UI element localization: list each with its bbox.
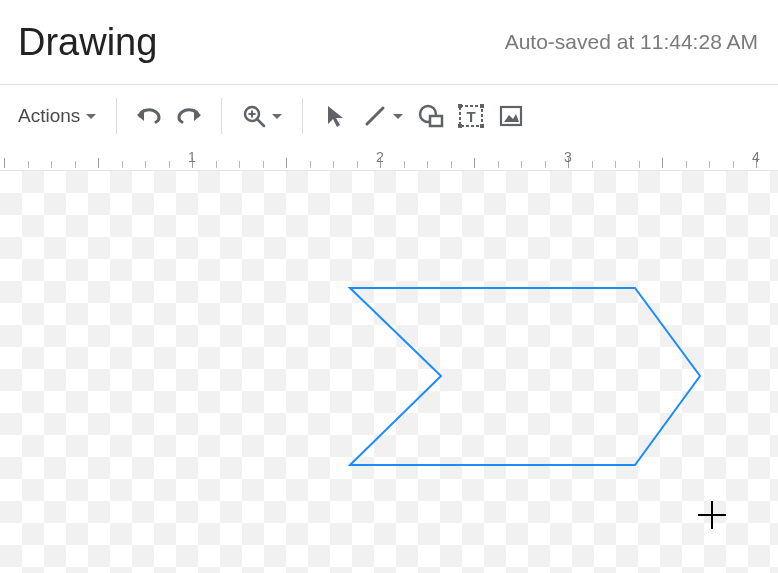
ruler-tick: [51, 161, 52, 168]
ruler-number: 3: [564, 149, 572, 165]
ruler-tick: [98, 158, 99, 168]
horizontal-ruler: 1234: [0, 147, 778, 171]
ruler-number: 2: [376, 149, 384, 165]
autosave-status: Auto-saved at 11:44:28 AM: [505, 30, 758, 54]
header-bar: Drawing Auto-saved at 11:44:28 AM: [0, 0, 778, 84]
page-title: Drawing: [18, 21, 157, 64]
ruler-tick: [662, 158, 663, 168]
actions-menu-label: Actions: [18, 105, 80, 127]
ruler-number: 1: [188, 149, 196, 165]
toolbar-separator: [116, 98, 117, 134]
ruler-tick: [709, 161, 710, 168]
toolbar-separator: [302, 98, 303, 134]
shape-tool-button[interactable]: [411, 96, 451, 136]
ruler-tick: [357, 161, 358, 168]
ruler-tick: [427, 161, 428, 168]
ruler-tick: [4, 158, 5, 168]
chevron-arrow-shape[interactable]: [350, 288, 700, 465]
ruler-tick: [286, 158, 287, 168]
select-tool-button[interactable]: [315, 96, 355, 136]
svg-rect-9: [458, 104, 462, 108]
ruler-tick: [169, 161, 170, 168]
svg-line-1: [257, 119, 264, 126]
ruler-tick: [451, 161, 452, 168]
ruler-tick: [686, 161, 687, 168]
ruler-number: 4: [752, 149, 760, 165]
image-icon: [499, 105, 523, 127]
actions-menu-button[interactable]: Actions: [14, 99, 104, 133]
ruler-tick: [521, 161, 522, 168]
ruler-tick: [498, 161, 499, 168]
zoom-in-icon: [242, 104, 266, 128]
ruler-tick: [145, 161, 146, 168]
toolbar: Actions: [0, 85, 778, 147]
caret-down-icon: [86, 114, 96, 119]
shapes-icon: [418, 104, 444, 128]
svg-rect-13: [501, 107, 521, 125]
cursor-arrow-icon: [325, 104, 345, 128]
ruler-tick: [615, 161, 616, 168]
svg-rect-12: [480, 124, 484, 128]
ruler-tick: [545, 161, 546, 168]
caret-down-icon: [393, 114, 403, 119]
svg-text:T: T: [467, 108, 476, 125]
ruler-tick: [239, 161, 240, 168]
text-box-icon: T: [458, 104, 484, 128]
svg-marker-14: [504, 114, 519, 122]
svg-rect-10: [480, 104, 484, 108]
drawing-canvas[interactable]: [0, 171, 778, 573]
ruler-tick: [28, 161, 29, 168]
ruler-tick: [639, 161, 640, 168]
line-tool-button[interactable]: [355, 96, 411, 136]
svg-rect-6: [430, 116, 442, 126]
ruler-tick: [733, 161, 734, 168]
ruler-tick: [216, 161, 217, 168]
ruler-tick: [263, 161, 264, 168]
text-box-button[interactable]: T: [451, 96, 491, 136]
ruler-tick: [310, 161, 311, 168]
ruler-tick: [592, 161, 593, 168]
crosshair-cursor-icon: [698, 501, 726, 529]
line-icon: [363, 104, 387, 128]
redo-button[interactable]: [169, 96, 209, 136]
toolbar-separator: [221, 98, 222, 134]
image-button[interactable]: [491, 96, 531, 136]
undo-icon: [136, 106, 162, 126]
ruler-tick: [474, 158, 475, 168]
redo-icon: [176, 106, 202, 126]
zoom-button[interactable]: [234, 96, 290, 136]
caret-down-icon: [272, 114, 282, 119]
svg-rect-11: [458, 124, 462, 128]
undo-button[interactable]: [129, 96, 169, 136]
ruler-tick: [404, 161, 405, 168]
ruler-tick: [122, 161, 123, 168]
svg-line-4: [367, 108, 383, 124]
ruler-tick: [75, 161, 76, 168]
canvas-svg: [0, 171, 778, 573]
ruler-tick: [333, 161, 334, 168]
